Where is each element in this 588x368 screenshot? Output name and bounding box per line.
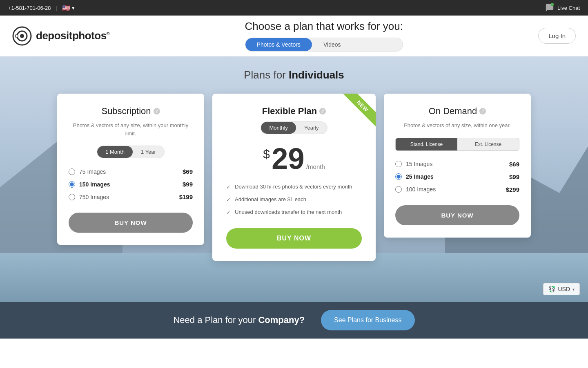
subscription-title: Subscription ? — [69, 106, 193, 117]
feature-1: ✓ Download 30 hi-res photos & vectors ev… — [226, 183, 362, 191]
content-type-toggle: Photos & Vectors Videos — [245, 38, 403, 52]
subscription-1year-btn[interactable]: 1 Year — [133, 146, 164, 158]
bottom-bar-text: Need a Plan for your Company? — [173, 315, 305, 325]
tab-photos-vectors[interactable]: Photos & Vectors — [245, 38, 312, 51]
on-demand-option-100: 100 Images $299 — [395, 186, 519, 193]
subscription-price-750: $199 — [179, 193, 193, 200]
currency-chevron-icon: ▾ — [572, 287, 575, 292]
on-demand-description: Photos & vectors of any size, within one… — [395, 121, 519, 130]
logo[interactable]: depositphotos© — [12, 26, 109, 46]
phone-number[interactable]: +1-581-701-06-28 — [8, 5, 51, 11]
check-icon-2: ✓ — [226, 196, 231, 204]
subscription-option-750: 750 Images $199 — [69, 193, 193, 200]
on-demand-radio-15[interactable] — [395, 161, 402, 167]
subscription-label-750: 750 Images — [79, 194, 109, 200]
price-amount: 29 — [272, 142, 304, 175]
flexible-buy-button[interactable]: BUY NOW — [226, 228, 362, 249]
svg-point-3 — [20, 34, 24, 38]
main-section: Plans for Individuals Subscription ? Pho… — [0, 56, 588, 302]
on-demand-label-25: 25 Images — [406, 173, 434, 180]
see-plans-business-button[interactable]: See Plans for Business — [321, 310, 414, 330]
on-demand-option-25: 25 Images $99 — [395, 173, 519, 180]
flexible-yearly-btn[interactable]: Yearly — [296, 122, 327, 134]
subscription-1month-btn[interactable]: 1 Month — [97, 146, 133, 158]
check-icon-3: ✓ — [226, 209, 231, 216]
flexible-help-icon[interactable]: ? — [319, 108, 326, 114]
subscription-option-75: 75 Images $69 — [69, 168, 193, 175]
login-button[interactable]: Log In — [538, 28, 576, 44]
subscription-help-icon[interactable]: ? — [154, 108, 160, 114]
extended-license-btn[interactable]: Ext. License — [457, 138, 519, 150]
new-badge: NEW — [342, 94, 376, 127]
cards-container: Subscription ? Photos & vectors of any s… — [16, 94, 572, 261]
on-demand-label-15: 15 Images — [406, 161, 432, 167]
subscription-option-150: 150 Images $99 — [69, 181, 193, 188]
on-demand-label-100: 100 Images — [406, 186, 436, 193]
on-demand-price-15: $69 — [509, 161, 519, 168]
on-demand-help-icon[interactable]: ? — [479, 108, 486, 114]
check-icon-1: ✓ — [226, 184, 231, 191]
flexible-period-toggle: Monthly Yearly — [261, 121, 327, 134]
on-demand-radio-100[interactable] — [395, 186, 402, 193]
on-demand-options: 15 Images $69 25 Images $99 100 Images $… — [395, 161, 519, 193]
standard-license-btn[interactable]: Stand. License — [396, 138, 457, 150]
chevron-down-icon: ▾ — [72, 5, 75, 11]
currency-label: USD — [558, 286, 570, 292]
header-center: Choose a plan that works for you: Photos… — [245, 20, 403, 52]
topbar-divider: | — [56, 5, 57, 11]
new-ribbon: NEW — [335, 94, 376, 135]
on-demand-card: On Demand ? Photos & vectors of any size… — [384, 94, 531, 238]
feature-3: ✓ Unused downloads transfer to the next … — [226, 209, 362, 216]
subscription-card: Subscription ? Photos & vectors of any s… — [57, 94, 204, 245]
subscription-price-150: $99 — [183, 181, 193, 188]
tab-videos[interactable]: Videos — [312, 38, 352, 51]
on-demand-buy-button[interactable]: BUY NOW — [395, 205, 519, 225]
svg-rect-4 — [16, 35, 18, 37]
on-demand-option-15: 15 Images $69 — [395, 161, 519, 168]
header: depositphotos© Choose a plan that works … — [0, 16, 588, 56]
section-title: Plans for Individuals — [16, 69, 572, 81]
logo-text: depositphotos© — [36, 29, 109, 42]
flag-icon: 🇺🇸 — [62, 4, 70, 12]
flexible-card: NEW Flexible Plan ? Monthly Yearly $ 29 … — [212, 94, 376, 261]
language-selector[interactable]: 🇺🇸 ▾ — [62, 4, 75, 12]
chat-icon — [545, 3, 554, 12]
subscription-buy-button[interactable]: BUY NOW — [69, 213, 193, 233]
currency-selector[interactable]: 💱 USD ▾ — [543, 283, 580, 295]
subscription-radio-75[interactable] — [69, 168, 75, 175]
topbar: +1-581-701-06-28 | 🇺🇸 ▾ Live Chat — [0, 0, 588, 16]
bottom-bar: Need a Plan for your Company? See Plans … — [0, 302, 588, 339]
subscription-description: Photos & vectors of any size, within you… — [69, 121, 193, 137]
subscription-label-150: 150 Images — [79, 181, 110, 188]
page-title: Choose a plan that works for you: — [245, 20, 403, 33]
feature-2: ✓ Additional images are $1 each — [226, 196, 362, 204]
live-chat-label: Live Chat — [557, 5, 580, 11]
flexible-features: ✓ Download 30 hi-res photos & vectors ev… — [226, 183, 362, 217]
flexible-price: $ 29 /month — [226, 144, 362, 173]
subscription-label-75: 75 Images — [79, 168, 106, 175]
subscription-radio-150[interactable] — [69, 181, 75, 188]
currency-icon: 💱 — [548, 286, 555, 292]
subscription-period-toggle: 1 Month 1 Year — [97, 146, 165, 158]
license-toggle: Stand. License Ext. License — [395, 138, 519, 151]
subscription-options: 75 Images $69 150 Images $99 750 Images … — [69, 168, 193, 200]
logo-icon — [12, 26, 32, 46]
subscription-radio-750[interactable] — [69, 194, 75, 200]
on-demand-radio-25[interactable] — [395, 173, 402, 180]
on-demand-price-100: $299 — [506, 186, 519, 193]
on-demand-price-25: $99 — [509, 173, 519, 180]
topbar-left: +1-581-701-06-28 | 🇺🇸 ▾ — [8, 4, 75, 12]
flexible-monthly-btn[interactable]: Monthly — [261, 122, 296, 134]
subscription-price-75: $69 — [183, 168, 193, 175]
live-chat-button[interactable]: Live Chat — [545, 3, 580, 12]
price-period: /month — [306, 163, 325, 170]
on-demand-title: On Demand ? — [395, 106, 519, 117]
price-dollar-sign: $ — [263, 147, 270, 161]
